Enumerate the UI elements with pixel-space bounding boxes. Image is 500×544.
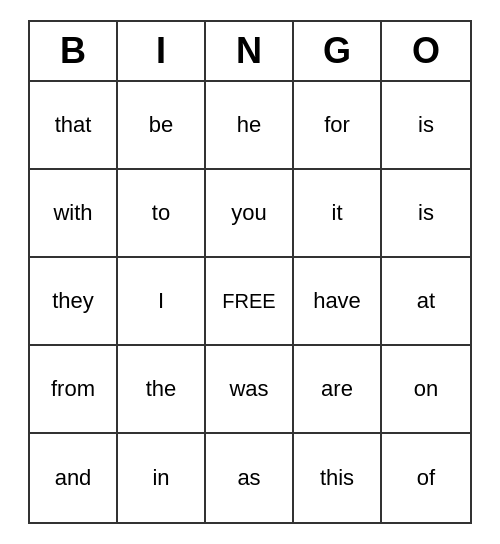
bingo-cell-4-2[interactable]: as [206, 434, 294, 522]
bingo-row-2: theyIFREEhaveat [30, 258, 470, 346]
bingo-cell-1-2[interactable]: you [206, 170, 294, 258]
bingo-row-0: thatbeheforis [30, 82, 470, 170]
bingo-row-1: withtoyouitis [30, 170, 470, 258]
bingo-row-4: andinasthisof [30, 434, 470, 522]
bingo-cell-0-0[interactable]: that [30, 82, 118, 170]
bingo-cell-4-3[interactable]: this [294, 434, 382, 522]
bingo-board: BINGO thatbeheforiswithtoyouitistheyIFRE… [28, 20, 472, 524]
bingo-cell-1-0[interactable]: with [30, 170, 118, 258]
bingo-cell-3-4[interactable]: on [382, 346, 470, 434]
bingo-header-row: BINGO [30, 22, 470, 82]
bingo-cell-2-0[interactable]: they [30, 258, 118, 346]
bingo-cell-1-1[interactable]: to [118, 170, 206, 258]
bingo-cell-3-0[interactable]: from [30, 346, 118, 434]
header-cell-i: I [118, 22, 206, 82]
bingo-cell-0-4[interactable]: is [382, 82, 470, 170]
bingo-cell-2-3[interactable]: have [294, 258, 382, 346]
bingo-cell-4-0[interactable]: and [30, 434, 118, 522]
bingo-cell-1-3[interactable]: it [294, 170, 382, 258]
bingo-body: thatbeheforiswithtoyouitistheyIFREEhavea… [30, 82, 470, 522]
bingo-cell-0-1[interactable]: be [118, 82, 206, 170]
bingo-cell-3-3[interactable]: are [294, 346, 382, 434]
bingo-cell-2-2[interactable]: FREE [206, 258, 294, 346]
bingo-cell-4-4[interactable]: of [382, 434, 470, 522]
bingo-row-3: fromthewasareon [30, 346, 470, 434]
header-cell-o: O [382, 22, 470, 82]
header-cell-b: B [30, 22, 118, 82]
bingo-cell-2-1[interactable]: I [118, 258, 206, 346]
bingo-cell-0-3[interactable]: for [294, 82, 382, 170]
bingo-cell-3-1[interactable]: the [118, 346, 206, 434]
header-cell-g: G [294, 22, 382, 82]
bingo-cell-1-4[interactable]: is [382, 170, 470, 258]
header-cell-n: N [206, 22, 294, 82]
bingo-cell-3-2[interactable]: was [206, 346, 294, 434]
bingo-cell-4-1[interactable]: in [118, 434, 206, 522]
bingo-cell-2-4[interactable]: at [382, 258, 470, 346]
bingo-cell-0-2[interactable]: he [206, 82, 294, 170]
